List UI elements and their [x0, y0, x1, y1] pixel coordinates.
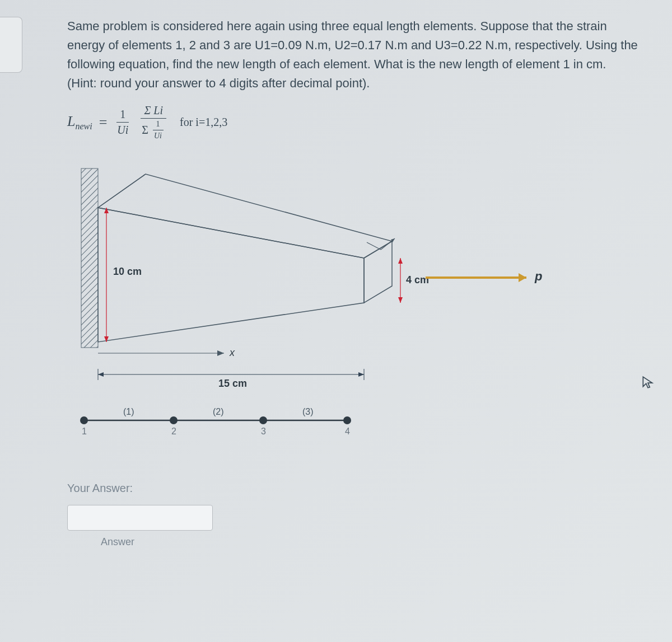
- element-3: (3): [302, 407, 314, 416]
- diagram: 10 cm 4 cm p x 15 cm: [78, 163, 638, 454]
- node-3: 3: [261, 427, 266, 436]
- svg-marker-10: [104, 208, 109, 213]
- problem-statement: Same problem is considered here again us…: [67, 17, 638, 93]
- diagram-svg: 10 cm 4 cm p x 15 cm: [78, 163, 582, 454]
- answer-section: Your Answer: Answer: [67, 482, 638, 548]
- your-answer-label: Your Answer:: [67, 482, 638, 495]
- svg-marker-21: [358, 372, 364, 377]
- svg-marker-16: [519, 273, 526, 282]
- svg-marker-20: [98, 372, 104, 377]
- formula-display: Lnewi = 1 Ui Σ Li Σ 1 Ui for i=1,2,3: [67, 104, 638, 140]
- formula-frac-2: Σ Li Σ 1 Ui: [138, 104, 169, 140]
- formula-equals: =: [99, 114, 108, 131]
- svg-point-28: [343, 416, 351, 424]
- question-page: Same problem is considered here again us…: [0, 0, 672, 565]
- node-2: 2: [171, 427, 176, 436]
- element-model: 1 2 3 4 (1) (2) (3): [80, 407, 351, 436]
- answer-input[interactable]: [67, 505, 213, 531]
- svg-line-8: [367, 242, 381, 250]
- element-2: (2): [213, 407, 224, 416]
- svg-marker-13: [398, 258, 403, 264]
- load-label: p: [534, 269, 542, 283]
- formula-frac-1: 1 Ui: [114, 108, 132, 137]
- dim-right-height: 4 cm: [406, 274, 429, 285]
- svg-rect-1: [81, 168, 98, 348]
- answer-sublabel: Answer: [101, 536, 638, 548]
- formula-for: for i=1,2,3: [180, 116, 227, 129]
- svg-point-26: [170, 416, 178, 424]
- node-4: 4: [345, 427, 350, 436]
- element-1: (1): [123, 407, 134, 416]
- cursor-icon: [641, 375, 655, 393]
- dim-left-height: 10 cm: [113, 266, 142, 277]
- svg-marker-4: [364, 241, 392, 303]
- node-1: 1: [82, 427, 87, 436]
- dim-length: 15 cm: [218, 378, 247, 389]
- svg-marker-14: [398, 297, 403, 303]
- formula-lhs: Lnewi: [67, 113, 92, 132]
- svg-marker-18: [217, 350, 224, 356]
- svg-point-27: [259, 416, 267, 424]
- svg-point-25: [80, 416, 88, 424]
- svg-marker-3: [98, 174, 392, 258]
- svg-line-5: [98, 174, 146, 208]
- x-axis-label: x: [229, 347, 235, 358]
